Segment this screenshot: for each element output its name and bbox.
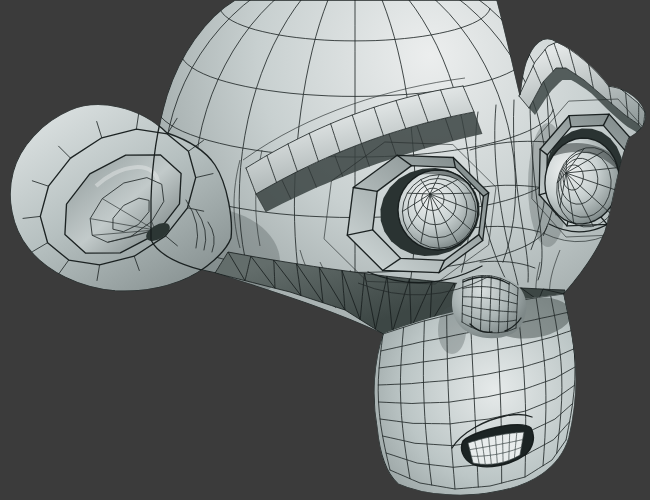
monkey-mesh-svg[interactable] — [0, 0, 650, 500]
viewport-3d[interactable] — [0, 0, 650, 500]
